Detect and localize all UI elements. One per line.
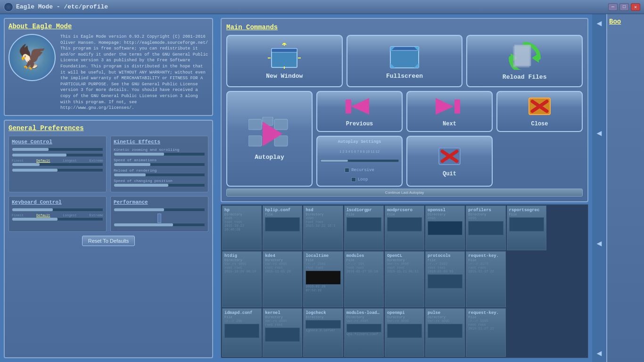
autoplay-settings-title: Autoplay Settings [338,140,381,144]
autoplay-button[interactable]: Autoplay [226,91,313,187]
file-item-rsports[interactable]: rsportsogrec File [507,206,546,250]
close-button[interactable]: Close [496,91,583,132]
about-title: About Eagle Mode [8,23,208,30]
left-panel: About Eagle Mode This is Eagle Mode vers… [0,14,217,362]
boot-panel: Boo [606,14,644,362]
mouse-control-group: Mouse Control Finest Default Longest Ext… [8,136,107,192]
file-item-modprc[interactable]: modprcsero File [385,206,424,250]
file-item-hp[interactable]: hp Directory 4096 root root 2015-10-23 2… [222,206,262,250]
file-item-htdig[interactable]: htdig Directory Var-rs 4096 root root 20… [222,251,262,307]
fullscreen-icon [388,43,421,69]
close-window-button[interactable]: ✕ [631,3,640,11]
svg-marker-14 [532,53,539,63]
nav-arrow-up-1[interactable]: ◀ [597,18,602,28]
file-browser: hp Directory 4096 root root 2015-10-23 2… [221,204,588,358]
file-item-idmapd[interactable]: idmapd.conf File -r--r 295 [222,308,262,357]
file-item-profilers[interactable]: profilers Directory 4096 [466,206,505,250]
next-button[interactable]: Next [406,91,493,132]
svg-rect-24 [346,99,351,114]
loop-checkbox-row: Loop [351,177,368,182]
kinetic-effects-group: Kinetic Effects Kinetic zooming and scro… [110,136,208,192]
kinetic-slider-1: Kinetic zooming and scrolling [114,148,205,156]
file-item-logcheck[interactable]: logcheck Directory ignore.d.server [303,308,343,357]
nav-arrow-down-1[interactable]: ◀ [597,238,602,248]
file-item-localtime[interactable]: localtime File -r--r 2389 root root 2016… [303,251,343,307]
fullscreen-label: Fullscreen [386,73,423,80]
svg-rect-17 [514,45,531,66]
file-item-empty-1 [547,206,587,250]
next-icon [436,96,464,117]
file-item-pulse[interactable]: pulse Directory Var-rs 4096 [425,308,465,357]
prefs-title: General Preferences [8,124,208,132]
file-item-empty-5 [547,308,587,357]
main-commands-section: Main Commands New [221,18,588,202]
nav-arrow-down-2[interactable]: ◀ [597,348,602,358]
file-item-empty-4 [507,308,546,357]
close-label: Close [531,121,548,127]
kinetic-slider-2: Speed of animations [114,158,205,166]
main-commands-title: Main Commands [226,24,583,31]
file-item-requestkey1[interactable]: request-key. File -r--r 3173 root root 2… [466,251,505,307]
right-nav-panel: ◀ ◀ ◀ ◀ [592,14,606,362]
quit-button[interactable]: Quit [406,136,493,187]
commands-row-2: Autoplay Previous Next [226,91,583,187]
recursive-checkbox[interactable] [345,168,349,173]
perf-slider-2 [114,223,205,227]
file-item-hplip[interactable]: hplip.conf File [263,206,302,250]
svg-marker-26 [436,98,454,115]
svg-rect-20 [274,119,288,130]
file-item-empty-2 [507,251,546,307]
mouse-slider-1 [12,148,103,151]
mouse-slider-4 [12,168,103,172]
fullscreen-button[interactable]: Fullscreen [347,35,463,87]
title-bar-left: Eagle Mode - /etc/profile [4,2,108,12]
file-item-modules[interactable]: modules File -r--r 195 root root 2016-01… [344,251,384,307]
file-item-openssl[interactable]: openssl Directory 4096 [425,206,465,250]
svg-rect-27 [454,99,460,114]
file-item-openmpi[interactable]: openmpi Directory Var-rs 4096 [385,308,424,357]
file-item-hsd[interactable]: hsd Directory 4096 root root 2015-10-22 … [303,206,343,250]
new-window-icon [268,43,301,69]
mouse-options: Finest Default Longest Extreme [12,159,103,163]
window-controls: — □ ✕ [608,3,640,11]
mouse-slider-2 [12,153,103,157]
svg-rect-21 [248,136,262,146]
file-item-kde4[interactable]: kde4 Directory Var-rs 4096 root root 201… [263,251,302,307]
recursive-label: Recursive [351,168,374,173]
prefs-section: General Preferences Mouse Control Finest… [4,120,213,358]
kinetic-slider-3: Reload of rendering [114,168,205,177]
reload-files-button[interactable]: Reload Files [466,35,583,87]
file-item-requestkey2[interactable]: request-key. File -r--r 1989 root root 2… [466,308,505,357]
maximize-button[interactable]: □ [619,3,629,11]
reload-icon [508,41,541,70]
previous-label: Previous [346,121,373,127]
file-item-protocols[interactable]: protocols File -r--r 2932 root root 2016… [425,251,465,307]
kb-slider-1 [12,208,103,212]
file-item-empty-3 [547,251,587,307]
app-icon [4,2,13,12]
kb-options: Finest Default Longest Extreme [12,214,103,217]
about-content: This is Eagle Mode version 0.93.2 Copyri… [8,34,208,111]
autoplay-label: Autoplay [255,154,284,161]
loop-checkbox[interactable] [351,177,356,182]
previous-button[interactable]: Previous [316,91,403,132]
main-panel: Main Commands New [217,14,592,362]
reset-defaults-button[interactable]: Reset To Defaults [82,236,135,246]
window-title: Eagle Mode - /etc/profile [16,3,108,10]
performance-title: Performance [114,199,205,205]
autoplay-settings-panel: Autoplay Settings 1 2 3 4 5 6 7 8 9 10 1… [316,136,403,187]
file-item-kernel[interactable]: kernel Directory Var-rs 4096 root root [263,308,302,357]
minimize-button[interactable]: — [608,3,618,11]
perf-slider-1 [114,208,205,212]
kb-slider-2 [12,217,103,221]
loop-label: Loop [358,177,368,182]
prev-icon [346,96,374,117]
timeline-slider[interactable] [320,159,399,162]
new-window-button[interactable]: New Window [226,35,343,87]
timeline-ticks: 1 2 3 4 5 6 7 8 9 10 11 12 [339,150,380,154]
file-item-modulesload[interactable]: modules-load.d Directory Var-rs 4096 vps… [344,308,384,357]
nav-arrow-up-2[interactable]: ◀ [597,128,602,138]
continue-autoplay-button[interactable]: Continue Last Autoplay [226,189,583,197]
file-item-lscd[interactable]: lscd1orgpr File [344,206,384,250]
file-item-opencl[interactable]: OpenCL Directory Var-rs 4096 root root 2… [385,251,424,307]
